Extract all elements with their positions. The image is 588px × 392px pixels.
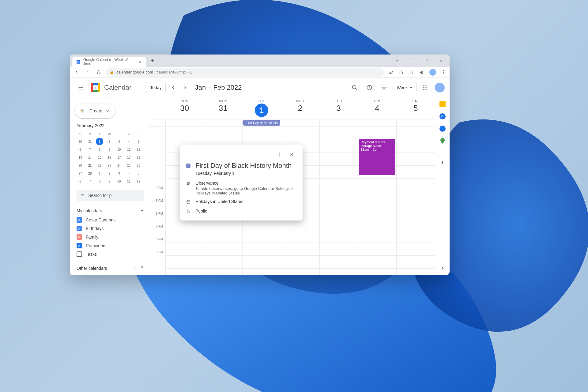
mini-day[interactable]: 6 [77,178,84,185]
day-column[interactable]: Payment due for storage place11am – 2pm [358,127,397,275]
mini-day[interactable]: 11 [125,178,133,185]
calendar-item[interactable]: ✓Cesar Cadenas [77,216,144,224]
allday-cell[interactable] [396,119,435,126]
add-calendar-icon[interactable]: + [133,265,137,272]
contacts-icon[interactable] [439,126,446,132]
bookmark-star-icon[interactable]: ☆ [409,69,415,75]
mini-day[interactable]: 23 [106,162,113,169]
calendar-item[interactable]: ✓Birthdays [77,224,144,233]
calendar-event[interactable]: Payment due for storage place11am – 2pm [359,139,395,175]
main-menu-button[interactable] [75,81,87,94]
calendar-checkbox[interactable]: ✓ [77,275,82,275]
allday-cell[interactable] [319,119,358,126]
mini-day[interactable]: 3 [115,170,123,177]
tab-search-icon[interactable] [391,56,403,65]
calendar-checkbox[interactable]: ✓ [77,226,82,231]
mini-day[interactable]: 19 [135,154,142,161]
mini-day[interactable]: 10 [115,146,123,153]
prev-week-button[interactable] [168,83,178,92]
mini-day[interactable]: 9 [106,146,113,153]
google-apps-button[interactable] [419,81,431,94]
day-column[interactable] [396,127,435,275]
popup-close-button[interactable]: ✕ [287,149,296,159]
browser-tab[interactable]: 31 Google Calendar - Week of Janu × [72,57,146,67]
add-addon-button[interactable]: + [441,159,444,166]
mini-day[interactable]: 30 [77,138,84,145]
browser-profile-avatar[interactable] [429,69,436,76]
mini-day[interactable]: 22 [96,162,103,169]
mini-day[interactable]: 2 [106,170,113,177]
calendar-checkbox[interactable] [77,251,82,257]
help-button[interactable]: ? [363,81,375,94]
mini-day[interactable]: 11 [125,146,133,153]
share-icon[interactable] [398,69,404,75]
allday-cell[interactable] [165,119,204,126]
mini-day[interactable]: 25 [125,162,133,169]
nav-reload-button[interactable] [95,69,102,76]
mini-day[interactable]: 1 [96,170,103,177]
view-selector[interactable]: Week [393,82,417,93]
allday-cell[interactable]: First Day of Black His [242,119,281,126]
account-avatar[interactable] [435,83,445,92]
settings-button[interactable] [378,81,390,94]
day-header[interactable]: TUE1 [242,97,281,119]
allday-cell[interactable] [204,119,243,126]
browser-menu-icon[interactable]: ⋮ [440,69,447,75]
mini-day[interactable]: 26 [135,162,142,169]
mini-day[interactable]: 2 [106,138,113,145]
calendar-item[interactable]: Tasks [77,250,144,258]
mini-day[interactable]: 31 [86,138,94,145]
mini-day[interactable]: 27 [77,170,84,177]
mini-day[interactable]: 16 [106,154,113,161]
eye-icon[interactable] [388,69,394,75]
mini-day[interactable]: 12 [135,178,142,185]
nav-back-button[interactable] [73,69,80,76]
day-header[interactable]: FRI4 [358,97,397,119]
mini-day[interactable]: 10 [115,178,123,185]
keep-icon[interactable] [439,101,446,107]
tasks-icon[interactable] [439,113,446,119]
window-minimize-button[interactable]: — [405,56,418,65]
today-button[interactable]: Today [146,82,165,93]
mini-day[interactable]: 8 [96,146,103,153]
mini-day[interactable]: 17 [115,154,123,161]
next-week-button[interactable] [180,83,190,92]
extensions-icon[interactable] [419,69,425,75]
nav-forward-button[interactable] [84,69,91,76]
collapse-panel-button[interactable] [441,266,444,271]
mini-day[interactable]: 20 [77,162,84,169]
allday-cell[interactable] [358,119,397,126]
new-tab-button[interactable]: + [148,56,157,65]
day-header[interactable]: WED2 [281,97,319,119]
maps-icon[interactable] [439,138,446,144]
window-close-button[interactable]: ✕ [435,56,447,65]
mini-day[interactable]: 5 [135,170,142,177]
mini-day[interactable]: 8 [96,178,103,185]
allday-cell[interactable] [281,119,319,126]
my-calendars-toggle[interactable]: My calendars [77,206,144,216]
calendar-item[interactable]: ✓Reminders [77,241,144,250]
mini-day[interactable]: 5 [135,138,142,145]
mini-day[interactable]: 13 [77,154,84,161]
mini-day[interactable]: 14 [86,154,94,161]
mini-day[interactable]: 18 [125,154,133,161]
allday-event[interactable]: First Day of Black His [243,120,280,126]
mini-day[interactable]: 1 [96,138,103,145]
other-calendars-toggle[interactable]: Other calendars + [77,263,144,273]
mini-day[interactable]: 15 [96,154,103,161]
day-column[interactable] [319,127,358,275]
popup-options-button[interactable]: ⋮ [274,149,284,159]
calendar-item[interactable]: ✓Holidays in United States [77,273,144,275]
day-header[interactable]: MON31 [204,97,243,119]
create-button[interactable]: Create [75,104,115,118]
calendar-checkbox[interactable]: ✓ [77,234,82,240]
mini-day[interactable]: 6 [77,146,84,153]
mini-day[interactable]: 21 [86,162,94,169]
window-maximize-button[interactable]: ☐ [420,56,432,65]
mini-day[interactable]: 28 [86,170,94,177]
calendar-checkbox[interactable]: ✓ [77,243,82,248]
close-tab-icon[interactable]: × [138,59,142,64]
mini-day[interactable]: 4 [125,170,133,177]
day-header[interactable]: SUN30 [165,97,204,119]
mini-day[interactable]: 12 [135,146,142,153]
